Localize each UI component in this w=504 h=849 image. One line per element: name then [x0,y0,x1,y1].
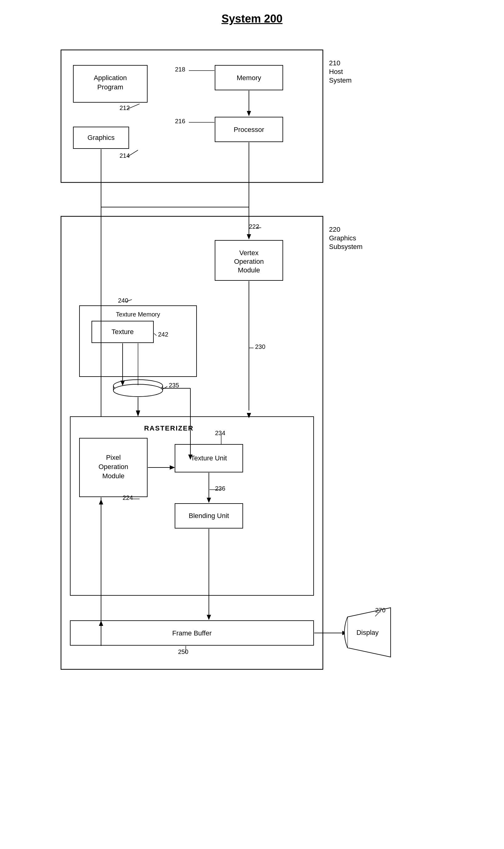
svg-text:Graphics: Graphics [88,134,114,141]
svg-text:235: 235 [169,382,179,389]
svg-text:Application: Application [94,74,127,82]
svg-text:Memory: Memory [237,74,261,82]
svg-text:230: 230 [255,343,265,350]
svg-text:270: 270 [375,607,385,614]
svg-text:242: 242 [158,331,168,338]
svg-text:System: System [329,76,352,84]
svg-text:210: 210 [329,59,340,67]
svg-text:Program: Program [97,83,123,91]
svg-text:Blending Unit: Blending Unit [189,512,229,519]
svg-text:Host: Host [329,68,343,75]
svg-text:212: 212 [120,104,130,111]
svg-text:Module: Module [102,472,124,480]
svg-text:Graphics: Graphics [329,234,356,242]
svg-point-50 [113,384,163,396]
svg-text:RASTERIZER: RASTERIZER [144,424,194,432]
svg-text:240: 240 [118,297,128,304]
page-title: System 200 [221,12,283,25]
svg-text:216: 216 [175,118,185,124]
svg-text:236: 236 [215,485,225,492]
svg-text:Operation: Operation [234,258,264,265]
svg-text:218: 218 [175,66,185,73]
svg-text:Pixel: Pixel [106,454,121,461]
svg-text:Texture Memory: Texture Memory [116,311,160,318]
svg-text:220: 220 [329,226,340,233]
svg-text:250: 250 [178,648,188,655]
svg-text:214: 214 [120,152,130,159]
svg-text:Texture: Texture [111,328,134,336]
svg-text:224: 224 [123,494,133,501]
system-diagram: Application Program 212 Graphics 214 Mem… [52,41,452,842]
svg-text:Frame Buffer: Frame Buffer [172,629,212,637]
svg-text:Display: Display [357,629,379,636]
svg-text:222: 222 [249,223,259,230]
svg-text:234: 234 [215,429,225,436]
svg-text:Operation: Operation [98,463,128,471]
svg-text:Processor: Processor [234,126,264,134]
svg-text:Vertex: Vertex [239,249,258,257]
svg-text:Module: Module [238,266,260,274]
svg-text:Subsystem: Subsystem [329,243,363,250]
svg-text:Texture Unit: Texture Unit [191,454,227,462]
